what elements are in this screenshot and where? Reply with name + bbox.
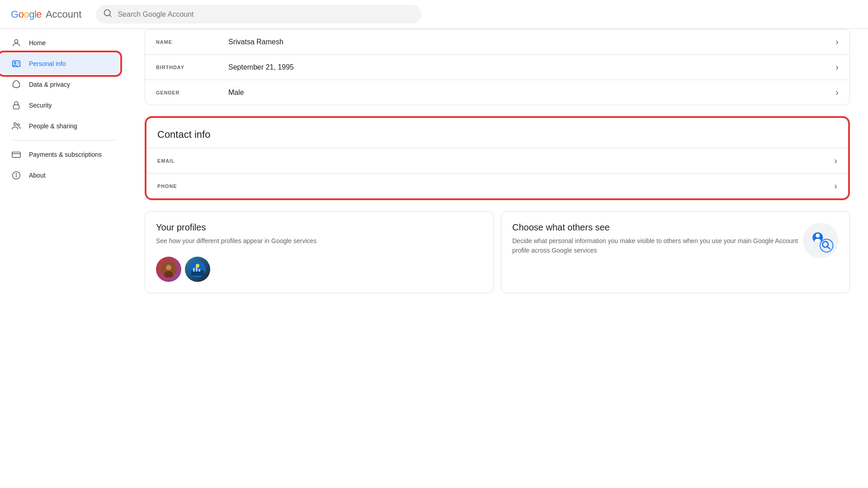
email-row[interactable]: EMAIL ›: [146, 148, 848, 173]
avatar-city: [185, 257, 210, 282]
svg-rect-22: [198, 269, 200, 272]
svg-point-23: [196, 264, 199, 267]
sidebar-label-personal-info: Personal info: [29, 60, 66, 67]
svg-line-1: [109, 15, 111, 17]
name-row[interactable]: NAME Srivatsa Ramesh ›: [145, 29, 849, 54]
sidebar-item-home[interactable]: Home: [0, 33, 119, 53]
personal-info-icon: [11, 59, 22, 69]
main-content: NAME Srivatsa Ramesh › BIRTHDAY Septembe…: [127, 29, 868, 488]
google-logo-text: Google: [11, 9, 42, 20]
sidebar-label-security: Security: [29, 102, 52, 109]
phone-chevron-icon: ›: [834, 181, 837, 191]
svg-point-8: [14, 123, 17, 126]
sidebar-item-payments[interactable]: Payments & subscriptions: [0, 144, 119, 165]
name-label: NAME: [156, 39, 228, 45]
choose-visibility-text: Choose what others see Decide what perso…: [512, 222, 802, 255]
sidebar-label-home: Home: [29, 39, 46, 47]
sidebar-item-personal-info[interactable]: Personal info: [0, 53, 119, 74]
sidebar-item-about[interactable]: About: [0, 165, 119, 186]
name-value: Srivatsa Ramesh: [228, 38, 835, 46]
sidebar: Home Personal info Data &: [0, 29, 127, 488]
sidebar-item-people-sharing[interactable]: People & sharing: [0, 116, 119, 136]
birthday-row[interactable]: BIRTHDAY September 21, 1995 ›: [145, 54, 849, 80]
bottom-cards-section: Your profiles See how your different pro…: [145, 211, 850, 293]
search-input[interactable]: [118, 10, 414, 19]
svg-point-28: [820, 239, 833, 252]
birthday-value: September 21, 1995: [228, 63, 835, 71]
app-header: Google Account: [0, 0, 868, 29]
security-icon: [11, 100, 22, 110]
your-profiles-content: Your profiles See how your different pro…: [156, 222, 482, 246]
phone-label: PHONE: [157, 183, 230, 189]
choose-visibility-title: Choose what others see: [512, 222, 802, 233]
sidebar-item-data-privacy[interactable]: Data & privacy: [0, 74, 119, 95]
sidebar-label-payments: Payments & subscriptions: [29, 151, 102, 158]
phone-row[interactable]: PHONE ›: [146, 173, 848, 198]
svg-point-9: [17, 124, 19, 126]
data-privacy-icon: [11, 80, 22, 89]
gender-row[interactable]: GENDER Male ›: [145, 80, 849, 105]
birthday-chevron-icon: ›: [835, 62, 839, 72]
contact-info-card: Contact info EMAIL › PHONE ›: [145, 116, 850, 200]
svg-point-16: [166, 265, 171, 270]
svg-rect-10: [12, 152, 20, 158]
avatar-person: [156, 257, 181, 282]
google-account-logo[interactable]: Google Account: [11, 9, 81, 20]
name-chevron-icon: ›: [835, 37, 839, 47]
home-icon: [11, 38, 22, 48]
svg-point-26: [816, 234, 820, 238]
privacy-icon-wrap: [802, 222, 839, 258]
svg-rect-7: [14, 105, 19, 109]
your-profiles-text: Your profiles See how your different pro…: [156, 222, 482, 246]
account-label: Account: [43, 9, 81, 20]
search-icon: [103, 9, 112, 20]
gender-label: GENDER: [156, 90, 228, 95]
svg-point-2: [14, 40, 18, 43]
gender-chevron-icon: ›: [835, 87, 839, 98]
choose-visibility-desc: Decide what personal information you mak…: [512, 236, 802, 255]
svg-rect-20: [193, 268, 195, 272]
basic-info-card: NAME Srivatsa Ramesh › BIRTHDAY Septembe…: [145, 29, 850, 105]
sidebar-divider: [11, 140, 116, 141]
sidebar-item-security[interactable]: Security: [0, 95, 119, 116]
svg-point-14: [16, 174, 16, 174]
sidebar-label-data-privacy: Data & privacy: [29, 81, 70, 88]
people-sharing-icon: [11, 121, 22, 131]
email-chevron-icon: ›: [834, 155, 837, 166]
email-label: EMAIL: [157, 158, 230, 164]
your-profiles-desc: See how your different profiles appear i…: [156, 236, 482, 246]
choose-visibility-content: Choose what others see Decide what perso…: [512, 222, 839, 258]
sidebar-label-about: About: [29, 172, 46, 179]
privacy-illustration-icon: [802, 220, 839, 261]
main-layout: Home Personal info Data &: [0, 29, 868, 488]
payments-icon: [11, 150, 22, 160]
gender-value: Male: [228, 89, 835, 97]
choose-visibility-card[interactable]: Choose what others see Decide what perso…: [501, 211, 850, 293]
svg-point-4: [14, 62, 16, 64]
your-profiles-title: Your profiles: [156, 222, 482, 233]
about-icon: [11, 170, 22, 180]
sidebar-label-people-sharing: People & sharing: [29, 122, 77, 130]
birthday-label: BIRTHDAY: [156, 65, 228, 70]
profiles-avatars: [156, 257, 482, 282]
search-bar[interactable]: [96, 5, 421, 23]
svg-point-27: [815, 239, 821, 243]
contact-info-title: Contact info: [146, 118, 848, 148]
your-profiles-card[interactable]: Your profiles See how your different pro…: [145, 211, 494, 293]
